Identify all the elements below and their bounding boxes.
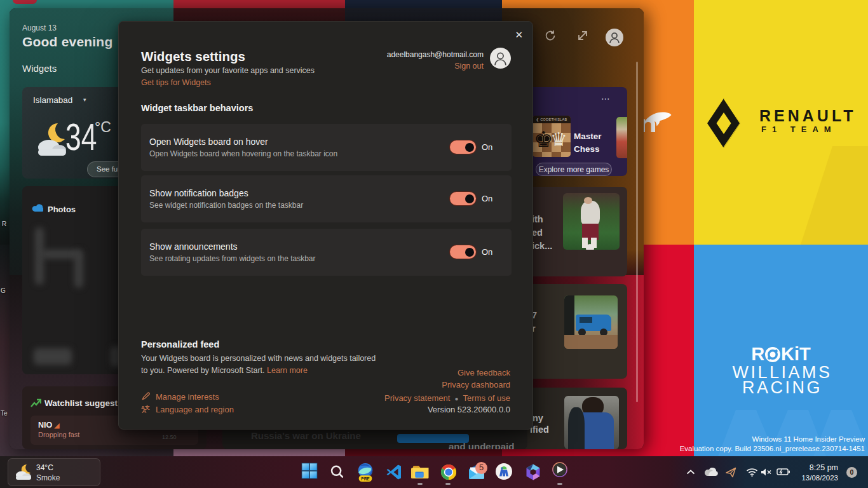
svg-text:A文: A文 [141,405,150,410]
svg-text:PRE: PRE [361,477,370,481]
